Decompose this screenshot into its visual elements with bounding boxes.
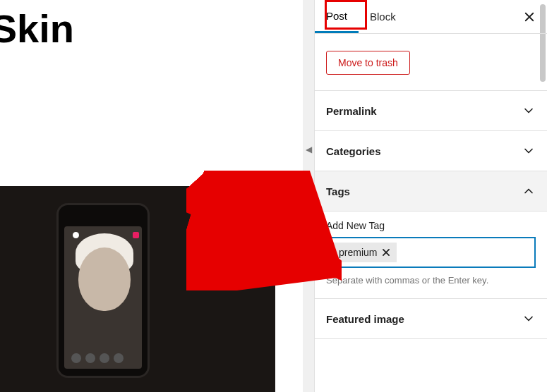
chevron-down-icon xyxy=(522,104,536,118)
panel-label: Tags xyxy=(326,185,350,197)
tags-input[interactable] xyxy=(401,247,529,258)
panel-label: Permalink xyxy=(326,105,377,117)
chevron-down-icon xyxy=(522,144,536,158)
tab-post[interactable]: Post xyxy=(315,0,359,33)
panel-tags-body: Add New Tag premium Separate with commas… xyxy=(315,212,547,299)
editor-canvas: e Skin xyxy=(0,0,301,392)
settings-sidebar: Post Block Move to trash Permalink Categ… xyxy=(314,0,547,392)
add-new-tag-label: Add New Tag xyxy=(326,220,536,231)
remove-tag-icon[interactable] xyxy=(381,247,391,257)
panel-categories[interactable]: Categories xyxy=(315,131,547,171)
panel-label: Categories xyxy=(326,145,381,157)
tags-hint: Separate with commas or the Enter key. xyxy=(326,275,536,286)
phone-illustration xyxy=(56,203,150,378)
sidebar-tabs: Post Block xyxy=(315,0,547,34)
panel-permalink[interactable]: Permalink xyxy=(315,91,547,131)
panel-label: Featured image xyxy=(326,313,404,325)
tag-token-label: premium xyxy=(339,247,377,258)
image-block[interactable] xyxy=(0,186,275,392)
status-panel: Move to trash xyxy=(315,34,547,91)
post-title[interactable]: e Skin xyxy=(0,0,301,51)
close-sidebar-button[interactable] xyxy=(512,0,547,33)
move-to-trash-button[interactable]: Move to trash xyxy=(326,51,410,75)
close-icon xyxy=(523,11,536,23)
tag-token: premium xyxy=(333,243,397,262)
panel-tags-header[interactable]: Tags xyxy=(315,171,547,212)
tags-input-container[interactable]: premium xyxy=(326,237,536,268)
collapse-arrow-icon[interactable]: ◀ xyxy=(304,141,313,158)
panel-featured-image[interactable]: Featured image xyxy=(315,299,547,339)
sidebar-gutter: ◀ xyxy=(303,0,314,392)
tab-block[interactable]: Block xyxy=(359,0,407,33)
chevron-down-icon xyxy=(522,312,536,326)
chevron-up-icon xyxy=(522,184,536,198)
